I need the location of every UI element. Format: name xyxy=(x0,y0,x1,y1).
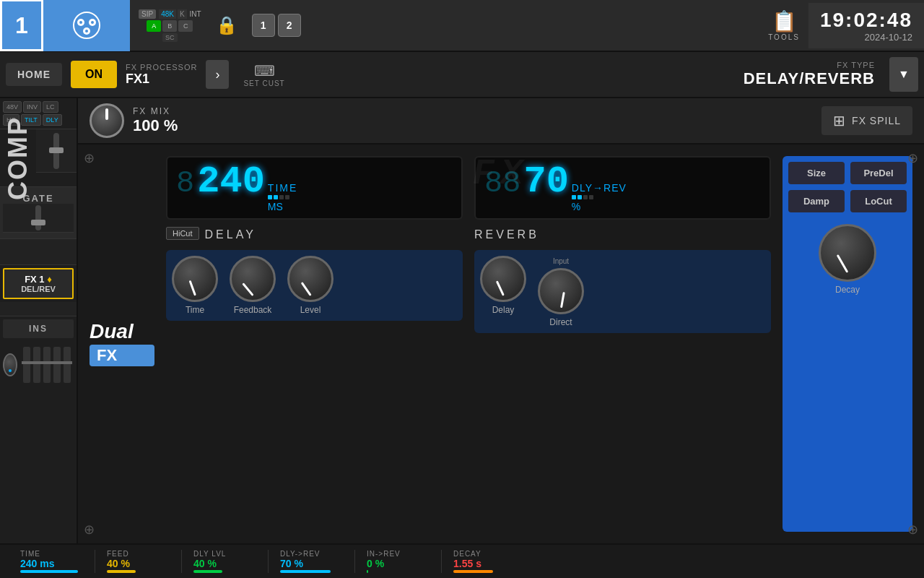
decay-knob-row: Decay xyxy=(788,224,907,295)
param-dlylvl: DLY LVL 40 % xyxy=(182,550,269,573)
locut-button[interactable]: LoCut xyxy=(850,190,907,212)
time-knob[interactable] xyxy=(172,256,218,302)
fx-processor-block: FX PROCESSOR FX1 xyxy=(126,63,197,87)
fx-area: FX MIX 100 % ⊞ FX SPILL FX ⊕ ⊕ ⊕ ⊕ Dual … xyxy=(78,98,924,543)
param-dlylvl-indicator xyxy=(193,570,222,573)
fx1-button[interactable]: FX 1 ♦ DEL/REV xyxy=(3,268,74,299)
reverb-unit: % xyxy=(572,201,627,212)
abc-block: A B C xyxy=(147,20,193,32)
sidebar-dly-btn[interactable]: DLY xyxy=(43,114,62,126)
level-knob[interactable] xyxy=(287,256,334,302)
predel-button[interactable]: PreDel xyxy=(850,162,907,184)
fx-type-block: FX TYPE DELAY/REVERB xyxy=(744,61,875,88)
feedback-knob-group: Feedback xyxy=(230,256,276,315)
second-bar: HOME ON FX PROCESSOR FX1 › ⌨ SET CUST FX… xyxy=(0,52,924,98)
fx-plugin-inner: Dual FX 8 240 TIME xyxy=(78,144,924,543)
abc-c-btn[interactable]: C xyxy=(178,20,193,32)
channel-icon[interactable] xyxy=(43,0,130,51)
tools-label: TOOLS xyxy=(768,33,800,41)
set-cust-label: SET CUST xyxy=(243,79,284,87)
delay-time-value: 240 xyxy=(197,163,265,201)
sidebar-lc-btn[interactable]: LC xyxy=(43,101,58,113)
fx-arrow-button[interactable]: › xyxy=(206,60,229,89)
sc-label: SC xyxy=(162,33,178,42)
param-inrev-value: 0 % xyxy=(367,558,384,569)
ch2-button[interactable]: 2 xyxy=(278,14,301,37)
sidebar-fader[interactable] xyxy=(36,129,77,173)
corner-add-btn-br[interactable]: ⊕ xyxy=(907,522,918,538)
home-button[interactable]: HOME xyxy=(6,63,62,86)
param-decay-label: DECAY xyxy=(453,550,481,558)
channel-number[interactable]: 1 xyxy=(0,0,43,51)
fx-spill-button[interactable]: ⊞ FX SPILL xyxy=(821,106,912,135)
param-decay-value: 1.55 s xyxy=(453,558,481,569)
feedback-knob-label: Feedback xyxy=(234,305,272,315)
delay-time-label: TIME xyxy=(268,182,297,194)
set-cust-icon: ⌨ xyxy=(254,62,275,79)
input-label: Input xyxy=(553,257,569,265)
input-knob[interactable] xyxy=(538,268,584,314)
param-dlyrev-indicator xyxy=(280,570,331,573)
corner-add-btn-tr[interactable]: ⊕ xyxy=(907,150,918,166)
reverb-block: 88 70 DLY→REV xyxy=(474,156,771,532)
sidebar: 48V INV LC HC TILT DLY COMP GATE FX 1 ♦ … xyxy=(0,98,78,543)
clock-block: 19:02:48 2024-10-12 xyxy=(808,3,924,48)
ins-button[interactable]: INS xyxy=(3,319,74,338)
delay-send-knob[interactable] xyxy=(480,256,526,302)
fx-mix-knob[interactable] xyxy=(90,103,124,138)
spill-icon: ⊞ xyxy=(833,112,846,129)
corner-add-btn-bl[interactable]: ⊕ xyxy=(84,522,95,538)
corner-add-btn-tl[interactable]: ⊕ xyxy=(84,150,95,166)
delay-title: DELAY xyxy=(205,228,256,241)
tools-block[interactable]: 📋 TOOLS xyxy=(768,9,800,41)
abc-b-btn[interactable]: B xyxy=(162,20,177,32)
hicut-button[interactable]: HiCut xyxy=(166,227,199,240)
fx-mix-value: 100 % xyxy=(133,116,178,135)
level-knob-group: Level xyxy=(287,256,334,315)
param-inrev-label: IN->REV xyxy=(367,550,401,558)
abc-a-btn[interactable]: A xyxy=(147,20,161,32)
ch1-button[interactable]: 1 xyxy=(252,14,275,37)
param-time-indicator xyxy=(20,570,78,573)
reverb-display: 88 70 DLY→REV xyxy=(474,156,771,220)
size-button[interactable]: Size xyxy=(788,162,845,184)
feedback-knob[interactable] xyxy=(230,256,276,302)
dly-rev-arrow: DLY→REV xyxy=(572,182,627,194)
param-decay-indicator xyxy=(453,570,493,573)
damp-button[interactable]: Damp xyxy=(788,190,845,212)
param-time-label: TIME xyxy=(20,550,40,558)
delay-send-knob-label: Delay xyxy=(492,305,515,315)
param-time-value: 240 ms xyxy=(20,558,54,569)
fx-mix-bar: FX MIX 100 % ⊞ FX SPILL xyxy=(78,98,924,144)
param-decay: DECAY 1.55 s xyxy=(442,550,528,573)
delay-unit: MS xyxy=(268,201,297,212)
decay-knob[interactable] xyxy=(819,224,876,282)
param-feed-value: 40 % xyxy=(107,558,130,569)
sidebar-knob-row xyxy=(0,341,77,389)
time-knob-label: Time xyxy=(186,305,204,315)
reverb-knobs: Delay Input Direct xyxy=(474,250,771,333)
fx-processor-name: FX1 xyxy=(126,72,197,87)
set-cust-block[interactable]: ⌨ SET CUST xyxy=(243,62,284,87)
svg-point-4 xyxy=(79,21,82,24)
dual-text: Dual xyxy=(90,322,154,342)
param-dlylvl-value: 40 % xyxy=(193,558,217,569)
delay-knobs: Time Feedback Level xyxy=(166,250,463,321)
side-panel-row2: Damp LoCut xyxy=(788,190,907,212)
fx-type-dropdown[interactable]: ▼ xyxy=(889,57,918,92)
param-inrev: IN->REV 0 % xyxy=(355,550,442,573)
sidebar-knob[interactable] xyxy=(3,353,17,376)
delay-knob-group: Delay xyxy=(480,256,526,327)
lock-icon: 🔒 xyxy=(216,15,237,35)
fx-type-name: DELAY/REVERB xyxy=(744,69,875,88)
param-dlyrev-label: DLY->REV xyxy=(280,550,321,558)
param-inrev-indicator xyxy=(367,570,368,573)
delay-display: 8 240 TIME xyxy=(166,156,463,220)
on-button[interactable]: ON xyxy=(71,61,117,88)
side-panel: Size PreDel Damp LoCut Decay xyxy=(783,156,912,532)
dual-fx-label: Dual FX xyxy=(90,156,154,532)
time-knob-group: Time xyxy=(172,256,218,315)
param-feed-label: FEED xyxy=(107,550,129,558)
level-knob-label: Level xyxy=(300,305,321,315)
clock-time: 19:02:48 xyxy=(820,9,912,32)
